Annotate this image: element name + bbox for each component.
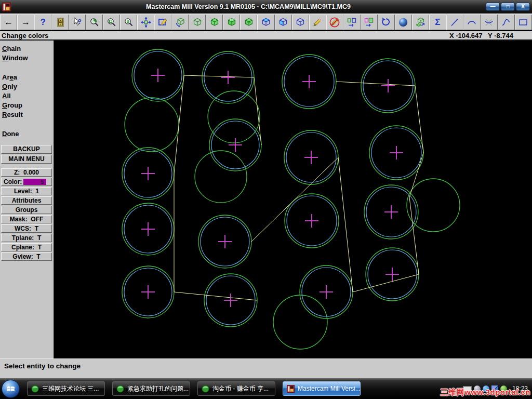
forward-arrow-icon: → bbox=[21, 18, 30, 27]
toolbar-gview-iso-button[interactable] bbox=[240, 15, 257, 30]
toolbar-file-button[interactable] bbox=[51, 15, 69, 30]
cplane-button[interactable]: Cplane: T bbox=[1, 243, 52, 251]
toolbar-forward-button[interactable]: → bbox=[17, 15, 34, 30]
menu-item-chain[interactable]: Chain bbox=[0, 44, 53, 54]
menu-item-all[interactable]: All bbox=[0, 91, 53, 101]
toolbar-analyze-button[interactable]: Σ bbox=[429, 15, 446, 30]
taskbar-task-browser[interactable]: 三维网技术论坛 三... bbox=[27, 381, 105, 396]
toolbar-cplane-side-button[interactable] bbox=[292, 15, 309, 30]
menu-item-only[interactable]: Only bbox=[0, 82, 53, 91]
toolbar-dynamic-gview-button[interactable] bbox=[171, 15, 189, 30]
groups-button[interactable]: Groups bbox=[1, 206, 52, 214]
wcs-button[interactable]: WCS: T bbox=[1, 224, 52, 233]
taskbar-task-browser[interactable]: 紧急求助打孔的问题... bbox=[112, 381, 190, 396]
toolbar-rectangle-button[interactable] bbox=[515, 15, 532, 30]
toolbar-solids-button[interactable] bbox=[412, 15, 429, 30]
attributes-button[interactable]: Attributes bbox=[1, 196, 52, 205]
mastercam-app-icon bbox=[2, 3, 11, 11]
qq-icon[interactable] bbox=[483, 385, 489, 392]
circle-entity[interactable] bbox=[125, 98, 179, 152]
toolbar-delete-button[interactable] bbox=[309, 15, 326, 30]
toolbar-zoom-window-button[interactable] bbox=[103, 15, 120, 30]
z-button[interactable]: Z: 0.000 bbox=[1, 168, 52, 177]
cursor-question-icon: ? bbox=[72, 17, 83, 28]
help-icon: ? bbox=[40, 18, 45, 27]
menu-item-result[interactable]: Result bbox=[0, 110, 53, 119]
toolbar-pan-button[interactable] bbox=[137, 15, 154, 30]
toolbar-repaint-button[interactable] bbox=[154, 15, 171, 30]
toolbar-gview-top-button[interactable] bbox=[189, 15, 206, 30]
toolbar-undelete-button[interactable] bbox=[326, 15, 343, 30]
toolbar-screen-flip-button[interactable] bbox=[343, 15, 361, 30]
backup-button[interactable]: BACKUP bbox=[1, 145, 52, 154]
circle-entity[interactable] bbox=[195, 151, 247, 203]
menu-item-done[interactable]: Done bbox=[0, 129, 53, 139]
toolbar-analyze-entity-button[interactable]: ? bbox=[69, 15, 86, 30]
security-icon[interactable] bbox=[500, 385, 507, 392]
circle-entity[interactable] bbox=[208, 91, 260, 143]
keyboard-icon[interactable] bbox=[463, 386, 472, 392]
color-button[interactable]: Color:5 bbox=[1, 178, 52, 186]
level-button[interactable]: Level: 1 bbox=[1, 187, 52, 195]
browser-icon bbox=[31, 385, 39, 393]
window-title: Mastercam Mill Version 9.1 MR0105 - C:\M… bbox=[14, 3, 483, 10]
circle-entity[interactable] bbox=[273, 295, 327, 349]
function-title: Change colors bbox=[2, 32, 48, 39]
toolbar-screen-combine-button[interactable] bbox=[361, 15, 378, 30]
network-icon[interactable] bbox=[491, 385, 498, 392]
toolbar-trim-button[interactable] bbox=[481, 15, 498, 30]
cursor-coordinates: X -104.647 Y -8.744 bbox=[449, 32, 513, 39]
start-button[interactable] bbox=[2, 380, 20, 398]
toolbar-undo-button[interactable] bbox=[378, 15, 395, 30]
toolbar-arc-button[interactable] bbox=[463, 15, 481, 30]
pencil-icon bbox=[312, 17, 323, 28]
trim-icon bbox=[484, 17, 494, 28]
toolbar-back-button[interactable]: ← bbox=[0, 15, 17, 30]
messenger-icon[interactable] bbox=[474, 385, 481, 392]
gview-button[interactable]: Gview: T bbox=[1, 252, 52, 261]
geometry-view[interactable] bbox=[54, 41, 531, 358]
rotate-cube-icon bbox=[175, 17, 185, 28]
browser-icon bbox=[116, 385, 124, 393]
minimize-button[interactable]: — bbox=[486, 3, 500, 11]
toolbar-spline-button[interactable] bbox=[498, 15, 515, 30]
toolbar-shade-button[interactable] bbox=[395, 15, 412, 30]
toolbar-line-button[interactable] bbox=[446, 15, 463, 30]
main-area: ChainWindowAreaOnlyAllGroupResultDone BA… bbox=[0, 41, 532, 358]
task-buttons: 三维网技术论坛 三...紧急求助打孔的问题...淘金币 - 赚金币 享...Ma… bbox=[20, 381, 361, 396]
menu-item-group[interactable]: Group bbox=[0, 101, 53, 110]
toolbar-gview-side-button[interactable] bbox=[223, 15, 240, 30]
menu-item-area[interactable]: Area bbox=[0, 73, 53, 82]
blue-cube-wire-icon bbox=[295, 17, 305, 28]
green-cube-solid2-icon bbox=[227, 17, 237, 28]
toolbar-zoom-button[interactable] bbox=[86, 15, 103, 30]
menu-item-window[interactable]: Window bbox=[0, 54, 53, 63]
toolbar: ←→??8Σ bbox=[0, 14, 532, 30]
mask-button[interactable]: Mask: OFF bbox=[1, 215, 52, 223]
repaint-brush-icon bbox=[158, 17, 168, 28]
task-label: 三维网技术论坛 三... bbox=[42, 384, 99, 393]
toolbar-help-button[interactable]: ? bbox=[34, 15, 51, 30]
undo-arrow-icon bbox=[381, 17, 391, 28]
toolbar-cplane-top-button[interactable] bbox=[257, 15, 274, 30]
graphics-canvas[interactable] bbox=[54, 41, 532, 358]
pencil-no-icon bbox=[329, 17, 340, 28]
toolbar-cplane-front-button[interactable] bbox=[275, 15, 292, 30]
color-swatch: 5 bbox=[23, 179, 46, 185]
circle-entity[interactable] bbox=[407, 179, 460, 232]
menu-gap bbox=[0, 119, 53, 129]
main-menu-button[interactable]: MAIN MENU bbox=[1, 155, 52, 164]
toolbar-gview-front-button[interactable] bbox=[206, 15, 223, 30]
close-button[interactable]: X bbox=[516, 3, 530, 11]
svg-text:?: ? bbox=[77, 18, 81, 25]
tplane-button[interactable]: Tplane: T bbox=[1, 234, 52, 242]
cubes-arrow-icon bbox=[415, 17, 425, 28]
taskbar-task-mastercam[interactable]: Mastercam Mill Versi... bbox=[283, 381, 361, 396]
toolbar-unzoom-button[interactable]: 8 bbox=[120, 15, 137, 30]
taskbar: 三维网技术论坛 三...紧急求助打孔的问题...淘金币 - 赚金币 享...Ma… bbox=[0, 378, 532, 399]
taskbar-task-browser[interactable]: 淘金币 - 赚金币 享... bbox=[197, 381, 275, 396]
maximize-button[interactable]: □ bbox=[501, 3, 515, 11]
green-cube-wire-icon bbox=[192, 17, 203, 28]
arc-icon bbox=[467, 17, 477, 28]
line-icon bbox=[449, 17, 460, 28]
